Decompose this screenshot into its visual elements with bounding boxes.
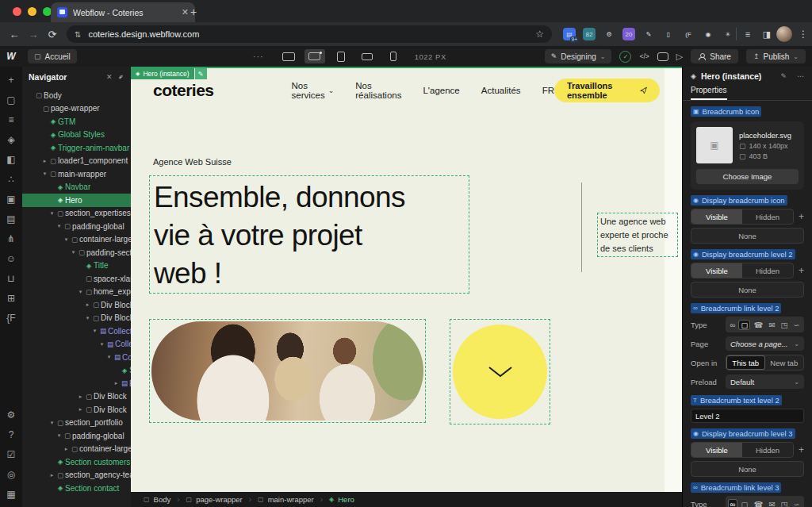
styles-icon[interactable]: ◧ [0, 149, 22, 169]
puzzle-extensions-icon[interactable]: ✳ [722, 28, 734, 40]
site-nav-link-actualit-s[interactable]: Actualités [481, 86, 521, 95]
add-condition-icon[interactable]: + [799, 265, 804, 276]
finsweet-panel-icon[interactable]: {F [0, 308, 22, 328]
site-nav-link-l-agence[interactable]: L'agence [423, 86, 459, 95]
video-tutorials-icon[interactable]: ▦ [0, 484, 22, 504]
site-logo[interactable]: coteries [153, 81, 214, 100]
scroll-down-circle[interactable] [453, 325, 547, 419]
this-tab-option[interactable]: This tab [726, 355, 765, 370]
pen-extension-icon[interactable]: ✎ [642, 28, 655, 40]
phone-breakpoint-icon[interactable] [383, 49, 404, 63]
hidden-option[interactable]: Hidden [742, 263, 793, 278]
hidden-option[interactable]: Hidden [742, 443, 793, 457]
breadcrumb-main-wrapper[interactable]: ▢main-wrapper [253, 495, 319, 504]
site-nav-link-nos-services[interactable]: Nos services⌄ [292, 81, 335, 100]
tree-toggle-icon[interactable]: ▾ [84, 315, 91, 321]
address-bar[interactable]: ⇅ coteries.design.webflow.com ☆ [67, 25, 552, 43]
tree-toggle-icon[interactable]: ▸ [63, 446, 70, 452]
selected-element-badge[interactable]: ◈ Hero (instance) ✎ [131, 68, 207, 79]
page-select-dropdown[interactable]: Choose a page... ⌄ [726, 336, 804, 351]
components-icon[interactable]: ◈ [0, 129, 22, 149]
tree-item-div-block[interactable]: ▸▢Div Block [22, 298, 131, 312]
tree-item-collection-item[interactable]: ▾▤Collection Item [22, 351, 131, 364]
forward-icon[interactable]: → [24, 29, 43, 40]
assets-icon[interactable]: ▣ [0, 189, 22, 209]
tree-toggle-icon[interactable]: ▾ [48, 420, 56, 426]
variables-icon[interactable]: ∴ [0, 169, 22, 189]
tree-item-spacer-xlarge[interactable]: ▢spacer-xlarge [22, 272, 131, 286]
shield-extension-icon[interactable]: 20 [622, 28, 635, 40]
tab-close-icon[interactable]: ✕ [182, 7, 189, 17]
link-icon[interactable]: ∞ [728, 499, 738, 507]
preview-icon[interactable]: ▷ [676, 52, 683, 62]
visible-option[interactable]: Visible [691, 443, 742, 457]
phone-icon[interactable]: ☎ [751, 320, 765, 330]
tree-toggle-icon[interactable]: ▾ [105, 354, 113, 360]
page-icon[interactable]: ▢ [738, 499, 750, 507]
browser-tab[interactable]: Webflow - Coteries ✕ [51, 2, 195, 22]
media-controls-icon[interactable]: ≡ [738, 29, 757, 39]
search-icon[interactable]: ◎ [0, 464, 22, 484]
hero-heading-selection[interactable]: Ensemble, donnons vie à votre projet web… [149, 175, 469, 294]
tree-toggle-icon[interactable]: ▾ [48, 210, 56, 217]
site-nav-link-nos-r-alisations[interactable]: Nos réalisations [355, 81, 401, 100]
tree-item-page-wrapper[interactable]: ▢page-wrapper [22, 102, 131, 116]
cms-icon[interactable]: ▤ [0, 209, 22, 229]
hero-aside-selection[interactable]: Une agence web experte et proche de ses … [597, 213, 678, 257]
visible-option[interactable]: Visible [691, 209, 742, 224]
tree-item-navbar[interactable]: ◈Navbar [22, 181, 131, 194]
camera-extension-icon[interactable]: ◉ [702, 28, 714, 40]
logic-icon[interactable]: ⋔ [0, 229, 22, 248]
minimize-window-button[interactable] [28, 7, 36, 16]
tree-item-container-large[interactable]: ▾▢container-large [22, 233, 131, 247]
tree-toggle-icon[interactable]: ▾ [56, 223, 63, 229]
publish-button[interactable]: ↥ Publish ⌄ [746, 49, 806, 63]
tree-item-loader1-component[interactable]: ▸▢loader1_component [22, 155, 131, 168]
page-selector-button[interactable]: ▢ Accueil [28, 49, 77, 63]
panel-overflow-icon[interactable]: ⋯ [797, 72, 804, 80]
pages-icon[interactable]: ▢ [0, 90, 22, 109]
tree-toggle-icon[interactable]: ▸ [48, 472, 56, 478]
tree-item-section-customers[interactable]: ◈Section customers [22, 455, 131, 469]
add-element-icon[interactable]: + [0, 70, 22, 90]
apps-icon[interactable]: ⊞ [0, 288, 22, 308]
close-window-button[interactable] [13, 7, 21, 16]
none-button[interactable]: None [691, 228, 804, 244]
desktop-breakpoint-icon[interactable] [278, 49, 299, 63]
hidden-option[interactable]: Hidden [742, 209, 793, 224]
tree-item-padding-global[interactable]: ▾▢padding-global [22, 429, 131, 443]
tree-toggle-icon[interactable]: ▸ [77, 394, 84, 400]
tree-toggle-icon[interactable]: ▾ [41, 171, 48, 177]
tree-item-section-agency-team[interactable]: ▸▢section_agency-team [22, 469, 131, 482]
design-canvas[interactable]: ◈ Hero (instance) ✎ coteries Nos service… [131, 67, 682, 494]
tree-toggle-icon[interactable]: ▾ [70, 249, 77, 255]
sidebar-toggle-icon[interactable]: ◨ [757, 29, 776, 40]
tree-item-container-large[interactable]: ▸▢container-large [22, 443, 131, 456]
attachment-icon[interactable]: ∽ [791, 320, 802, 330]
finsweet-extension-icon[interactable]: (F [682, 28, 695, 40]
browser-menu-icon[interactable]: ⋮ [799, 29, 808, 40]
site-info-icon[interactable]: ⇅ [75, 30, 82, 39]
choose-image-button[interactable]: Choose Image [696, 169, 799, 184]
tree-item-section-portfolio[interactable]: ▾▢section_portfolio [22, 417, 131, 430]
counter-extension-icon[interactable]: 82 [583, 28, 596, 40]
mode-dropdown[interactable]: ✎ Designing ⌄ [545, 49, 612, 63]
tree-toggle-icon[interactable]: ▸ [77, 406, 84, 413]
edit-component-icon[interactable]: ✎ [780, 72, 787, 80]
tree-item-div-block[interactable]: ▸▢Div Block [22, 403, 131, 417]
hero-photo-selection[interactable] [149, 319, 426, 423]
gear-extension-icon[interactable]: ⚙ [603, 28, 615, 40]
new-tab-option[interactable]: New tab [765, 355, 804, 370]
email-icon[interactable]: ✉ [766, 499, 777, 507]
tree-item-trigger-anim-navbar[interactable]: ◈Trigger-anim-navbar [22, 141, 131, 155]
tree-item-div-block[interactable]: ▾▢Div Block [22, 312, 131, 325]
file-icon[interactable]: ◳ [778, 499, 790, 507]
tree-toggle-icon[interactable]: ▾ [77, 289, 84, 295]
battery-extension-icon[interactable]: ▯ [662, 28, 675, 40]
share-button[interactable]: Share [691, 49, 738, 63]
tree-item-main-wrapper[interactable]: ▾▢main-wrapper [22, 167, 131, 181]
tree-item-home-expertises-g[interactable]: ▾▢home_expertises-g [22, 286, 131, 299]
add-condition-icon[interactable]: + [799, 211, 804, 222]
tablet-breakpoint-icon[interactable] [331, 49, 351, 63]
add-condition-icon[interactable]: + [799, 444, 804, 455]
